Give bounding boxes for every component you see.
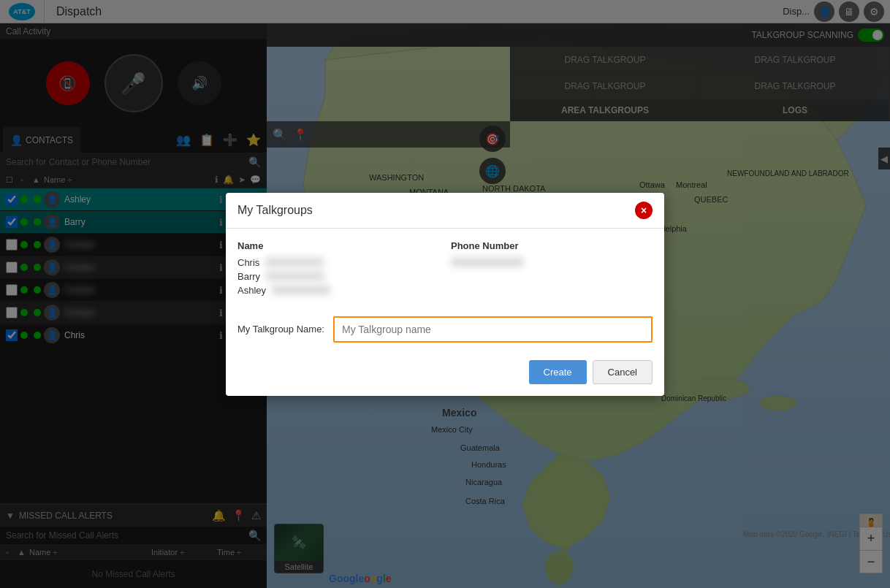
- close-icon: ×: [641, 205, 647, 216]
- modal-name-header: Name: [237, 240, 439, 251]
- modal-body: Name Chris Barry Ashley Phone N: [226, 229, 664, 354]
- modal-entry-chris: Chris: [237, 257, 439, 268]
- chris-entry-blur: [265, 257, 324, 267]
- modal-phone-header: Phone Number: [451, 240, 653, 251]
- ashley-entry-blur: [272, 285, 330, 295]
- cancel-button[interactable]: Cancel: [593, 360, 653, 384]
- modal-phone-entry: [451, 257, 653, 267]
- phone-blur: [451, 257, 524, 267]
- talkgroup-name-input[interactable]: [333, 316, 653, 343]
- my-talkgroups-modal: My Talkgroups × Name Chris Barry: [226, 193, 664, 396]
- modal-footer: Create Cancel: [226, 354, 664, 396]
- modal-close-button[interactable]: ×: [635, 202, 653, 219]
- modal-entry-barry: Barry: [237, 271, 439, 282]
- chris-entry-name: Chris: [237, 257, 259, 268]
- modal-columns: Name Chris Barry Ashley Phone N: [237, 240, 653, 299]
- modal-name-column: Name Chris Barry Ashley: [237, 240, 439, 299]
- modal-form: My Talkgroup Name:: [237, 310, 653, 343]
- talkgroup-name-label: My Talkgroup Name:: [237, 324, 324, 335]
- modal-title: My Talkgroups: [237, 204, 313, 217]
- create-button[interactable]: Create: [529, 360, 587, 384]
- ashley-entry-name: Ashley: [237, 285, 266, 296]
- barry-entry-blur: [266, 271, 324, 281]
- modal-phone-column: Phone Number: [451, 240, 653, 299]
- modal-header: My Talkgroups ×: [226, 193, 664, 229]
- modal-entry-ashley: Ashley: [237, 285, 439, 296]
- modal-overlay: My Talkgroups × Name Chris Barry: [0, 0, 890, 588]
- barry-entry-name: Barry: [237, 271, 260, 282]
